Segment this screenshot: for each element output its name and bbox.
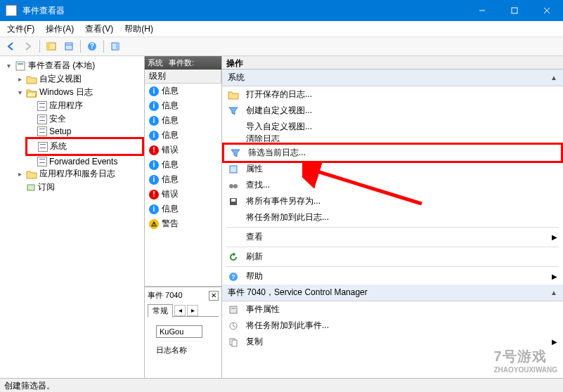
event-row[interactable]: !错误: [145, 187, 221, 202]
action-label: 将任务附加到此日志...: [246, 211, 329, 223]
event-row[interactable]: i信息: [145, 98, 221, 113]
tree-windows-logs[interactable]: ▾ Windows 日志: [14, 86, 144, 99]
tree-subscriptions[interactable]: 订阅: [14, 181, 144, 194]
action-view[interactable]: 查看▶: [222, 229, 563, 245]
event-row[interactable]: i信息: [145, 157, 221, 172]
event-grid[interactable]: i信息i信息i信息i信息!错误i信息i信息!错误i信息⚠警告: [145, 84, 221, 287]
actions-group-event[interactable]: 事件 7040，Service Control Manager ▲: [222, 285, 563, 301]
tree-log-system[interactable]: 系统: [25, 137, 144, 156]
action-attach-task-log[interactable]: 将任务附加到此日志...: [222, 209, 563, 226]
folder-icon: [26, 74, 37, 84]
action-filter-current-log[interactable]: 筛选当前日志...: [224, 145, 561, 161]
folder-icon: [26, 169, 37, 179]
event-row[interactable]: i信息: [145, 172, 221, 187]
tree-label: 应用程序和服务日志: [39, 168, 115, 180]
expand-icon[interactable]: ▾: [4, 62, 13, 70]
action-help[interactable]: ?帮助▶: [222, 268, 563, 285]
action-attach-task-event[interactable]: 将任务附加到此事件...: [222, 318, 563, 334]
expand-icon[interactable]: ▾: [15, 89, 24, 97]
minimize-button[interactable]: [466, 0, 498, 21]
action-label: 打开保存的日志...: [246, 89, 312, 100]
task-icon: [228, 320, 239, 332]
action-label: 事件属性: [246, 303, 280, 315]
next-tab-button[interactable]: ▸: [187, 305, 198, 316]
detail-close-button[interactable]: ✕: [209, 291, 219, 301]
folder-open-icon: [228, 89, 239, 100]
collapse-icon[interactable]: ▲: [550, 74, 557, 81]
event-row[interactable]: ⚠警告: [145, 216, 221, 231]
event-row[interactable]: i信息: [145, 84, 221, 98]
grid-column-level[interactable]: 级别: [145, 70, 221, 84]
action-import-custom-view[interactable]: 导入自定义视图...: [222, 119, 563, 135]
show-action-pane-button[interactable]: [108, 39, 123, 54]
svg-rect-12: [16, 62, 25, 70]
tree-label: 自定义视图: [39, 73, 82, 85]
actions-group-system[interactable]: 系统 ▲: [222, 70, 563, 86]
action-save-all[interactable]: 将所有事件另存为...: [222, 193, 563, 209]
tree-pane[interactable]: ▾ 事件查看器 (本地) ▸ 自定义视图 ▾: [0, 56, 145, 378]
center-header-name: 系统: [148, 58, 163, 68]
event-row[interactable]: i信息: [145, 128, 221, 143]
expand-icon[interactable]: ▸: [15, 170, 24, 178]
prev-tab-button[interactable]: ◂: [174, 305, 186, 316]
action-create-custom-view[interactable]: 创建自定义视图...: [222, 103, 563, 119]
action-clear-log[interactable]: 清除日志: [222, 135, 563, 142]
svg-text:?: ?: [231, 273, 235, 280]
event-row[interactable]: i信息: [145, 202, 221, 216]
action-label: 导入自定义视图...: [246, 121, 312, 133]
collapse-icon[interactable]: ▲: [550, 289, 557, 296]
log-icon: [38, 142, 48, 152]
tree-custom-views[interactable]: ▸ 自定义视图: [14, 72, 144, 86]
action-open-saved-log[interactable]: 打开保存的日志...: [222, 86, 563, 103]
tree-app-service-logs[interactable]: ▸ 应用程序和服务日志: [14, 167, 144, 181]
menu-view[interactable]: 查看(V): [82, 22, 116, 37]
tree-log-forwarded[interactable]: Forwarded Events: [25, 156, 144, 167]
log-icon: [37, 115, 47, 124]
action-refresh[interactable]: 刷新: [222, 249, 563, 265]
info-icon: i: [149, 101, 159, 111]
action-event-properties[interactable]: 事件属性: [222, 301, 563, 318]
save-icon: [228, 196, 239, 207]
event-level-text: 信息: [162, 159, 179, 171]
error-icon: !: [149, 190, 159, 200]
info-icon: i: [149, 160, 159, 170]
center-pane: 系统 事件数: 级别 i信息i信息i信息i信息!错误i信息i信息!错误i信息⚠警…: [145, 56, 222, 378]
actions-pane: 操作 系统 ▲ 打开保存的日志... 创建自定义视图... 导入自定义视图...…: [222, 56, 563, 378]
detail-title: 事件 7040: [148, 290, 183, 301]
svg-rect-26: [232, 340, 237, 346]
titlebar: 事件查看器: [0, 0, 563, 21]
action-label: 清除日志: [246, 135, 280, 142]
action-label: 将任务附加到此事件...: [246, 320, 329, 332]
main-area: ▾ 事件查看器 (本地) ▸ 自定义视图 ▾: [0, 56, 563, 378]
action-label: 属性: [246, 163, 263, 175]
event-row[interactable]: i信息: [145, 113, 221, 128]
tab-general[interactable]: 常规: [148, 304, 173, 318]
menu-help[interactable]: 帮助(H): [122, 22, 156, 37]
toolbar: ?: [0, 37, 563, 56]
blank-icon: [228, 232, 239, 243]
properties-icon: [228, 164, 239, 175]
close-button[interactable]: [531, 0, 563, 21]
action-properties[interactable]: 属性: [222, 161, 563, 177]
maximize-button[interactable]: [498, 0, 531, 21]
tree-log-setup[interactable]: Setup: [25, 126, 144, 137]
action-find[interactable]: 查找...: [222, 177, 563, 193]
show-hide-tree-button[interactable]: [44, 39, 59, 54]
help-button[interactable]: ?: [84, 39, 100, 54]
back-button[interactable]: [3, 39, 18, 54]
subscription-icon: [26, 183, 36, 192]
menu-file[interactable]: 文件(F): [4, 22, 37, 37]
svg-rect-13: [18, 63, 23, 65]
forward-button[interactable]: [20, 39, 36, 54]
tree-label: Setup: [49, 126, 71, 136]
event-row[interactable]: !错误: [145, 143, 221, 157]
tree-root[interactable]: ▾ 事件查看器 (本地): [3, 59, 144, 72]
tree-log-application[interactable]: 应用程序: [25, 99, 144, 112]
properties-button[interactable]: [61, 39, 77, 54]
menu-action[interactable]: 操作(A): [43, 22, 77, 37]
expand-icon[interactable]: ▸: [15, 75, 24, 84]
tree-label: 系统: [50, 141, 67, 152]
svg-point-16: [229, 184, 233, 188]
tree-log-security[interactable]: 安全: [25, 112, 144, 126]
submenu-arrow-icon: ▶: [552, 273, 557, 280]
